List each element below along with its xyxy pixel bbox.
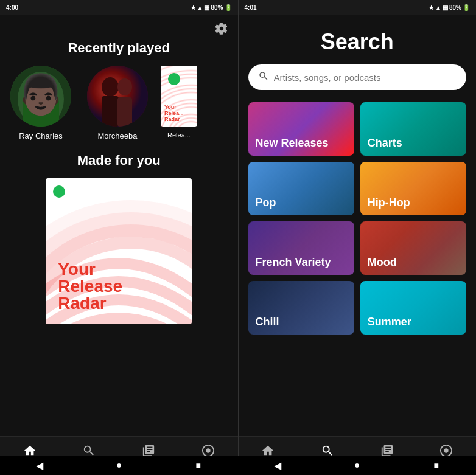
bluetooth-icon: ★ [191,4,196,11]
rr-text: YourRelea...Radar [164,105,184,123]
morcheeba-art [87,66,148,127]
category-chill[interactable]: Chill [248,281,354,335]
right-home-button[interactable]: ● [351,459,363,471]
svg-rect-5 [43,90,53,96]
svg-rect-10 [102,96,119,127]
r-battery-text: 80% [449,4,461,11]
left-panel: 4:00 ★ ▲ ▦ 80% 🔋 [0,0,238,456]
left-recent-button[interactable]: ■ [192,459,205,471]
nav-home[interactable]: Home [0,437,60,456]
radar-text: YourReleaseRadar [58,261,122,312]
svg-point-15 [444,448,449,452]
settings-button[interactable] [215,22,228,38]
r-bluetooth-icon: ★ [429,4,434,11]
r-nav-premium[interactable]: Premium [416,437,476,456]
made-for-you-title: Made for you [7,153,231,168]
right-recent-button[interactable]: ■ [430,459,443,471]
wifi-icon: ▲ [197,4,203,11]
left-status-icons: ★ ▲ ▦ 80% 🔋 [191,4,232,11]
rr-spotify-dot [168,73,180,85]
right-system-bar: ◀ ● ■ [238,459,476,471]
left-status-bar: 4:00 ★ ▲ ▦ 80% 🔋 [0,0,238,15]
right-bottom-nav: Home Search Your Library [239,436,477,456]
morcheeba-img [87,66,148,127]
ray-charles-avatar [10,66,71,127]
home-icon [23,444,37,456]
album-row: Ray Charles [7,66,231,140]
r-premium-icon [439,444,453,456]
left-back-button[interactable]: ◀ [33,459,46,471]
svg-point-13 [206,448,210,452]
ray-charles-img [10,66,71,127]
signal-icon: ▦ [204,4,209,11]
r-nav-library[interactable]: Your Library [357,437,417,456]
nav-search[interactable]: Search [60,437,119,456]
r-nav-home[interactable]: Home [239,437,298,456]
left-time: 4:00 [6,4,18,11]
summer-label: Summer [368,316,411,328]
search-input[interactable] [274,72,457,83]
mood-label: Mood [368,256,397,269]
ray-charles-label: Ray Charles [19,131,63,140]
search-input-container[interactable] [248,64,467,90]
nav-premium[interactable]: Premium [178,437,238,456]
r-search-icon [321,444,334,456]
hiphop-label: Hip-Hop [368,196,410,209]
right-content: Search New Releases Charts [239,15,477,436]
r-wifi-icon: ▲ [435,4,441,11]
category-hiphop[interactable]: Hip-Hop [360,162,466,215]
search-magnifier-icon [258,71,269,84]
settings-row [0,15,238,40]
category-new-releases[interactable]: New Releases [248,102,354,156]
radar-title: YourReleaseRadar [58,261,122,312]
system-bar: ◀ ● ■ ◀ ● ■ [0,456,476,475]
search-page-title: Search [248,15,467,64]
nav-library[interactable]: Your Library [119,437,178,456]
right-status-bar: 4:01 ★ ▲ ▦ 80% 🔋 [239,0,477,15]
svg-rect-4 [29,90,38,96]
left-content: Recently played [0,15,238,436]
chill-label: Chill [256,316,279,328]
svg-point-9 [117,78,132,95]
r-signal-icon: ▦ [443,4,448,11]
categories-grid: New Releases Charts Pop Hip-Hop [248,102,467,335]
album-item-morcheeba[interactable]: Morcheeba [84,66,151,140]
r-library-icon [380,444,394,456]
pop-label: Pop [256,196,276,209]
charts-label: Charts [368,137,402,150]
left-system-bar: ◀ ● ■ [0,459,238,471]
ray-charles-art [10,66,71,127]
premium-icon [201,444,215,456]
search-icon [82,444,96,456]
release-radar-img: YourRelea...Radar [161,66,197,127]
r-home-icon [261,444,275,456]
svg-point-3 [27,76,54,106]
left-bottom-nav: Home Search Your Library [0,436,238,456]
svg-point-8 [102,77,119,97]
album-item-ray-charles[interactable]: Ray Charles [7,66,74,140]
recently-played-title: Recently played [7,40,231,56]
release-radar-card[interactable]: YourReleaseRadar [46,178,192,324]
svg-rect-11 [117,97,132,127]
morcheeba-label: Morcheeba [97,131,137,140]
album-item-release-radar[interactable]: YourRelea...Radar Relea... [161,66,197,140]
category-summer[interactable]: Summer [360,281,466,335]
library-icon [142,444,155,456]
right-back-button[interactable]: ◀ [271,459,284,471]
new-releases-label: New Releases [256,137,329,150]
gear-icon [215,22,228,35]
battery-icon: 🔋 [225,4,232,11]
category-charts[interactable]: Charts [360,102,466,156]
right-time: 4:01 [245,4,257,11]
app-wrapper: 4:00 ★ ▲ ▦ 80% 🔋 [0,0,476,475]
release-radar-art: YourRelea...Radar [161,66,197,127]
category-french[interactable]: French Variety [248,221,354,275]
recently-played-section: Recently played [0,40,238,140]
french-label: French Variety [256,256,331,269]
category-pop[interactable]: Pop [248,162,354,215]
battery-text: 80% [211,4,223,11]
left-home-button[interactable]: ● [113,459,125,471]
morcheeba-avatar [87,66,148,127]
category-mood[interactable]: Mood [360,221,466,275]
r-nav-search[interactable]: Search [298,437,357,456]
